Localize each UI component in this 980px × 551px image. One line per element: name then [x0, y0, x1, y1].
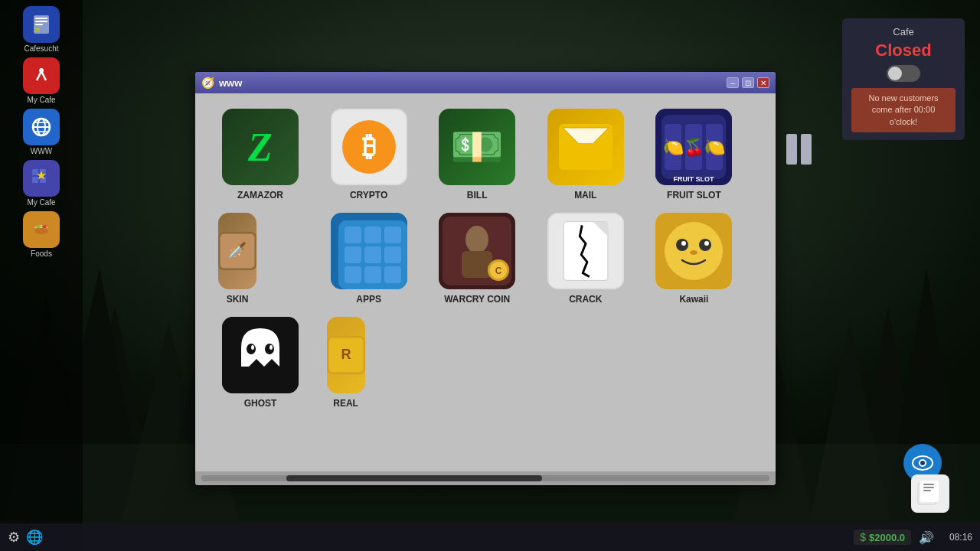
foods-icon: [23, 211, 60, 248]
svg-text:C: C: [495, 266, 502, 276]
svg-point-64: [466, 226, 488, 253]
sidebar-item-cafesucht[interactable]: Cafesucht: [9, 6, 74, 53]
app-zamazor[interactable]: Z ZAMAZOR: [218, 109, 302, 201]
svg-rect-38: [563, 143, 609, 166]
pause-button[interactable]: [786, 134, 812, 165]
cafe-status: Closed: [851, 41, 956, 60]
svg-point-34: [36, 225, 41, 228]
svg-text:🗡️: 🗡️: [228, 240, 247, 259]
svg-point-77: [704, 241, 709, 246]
app-fruit-slot[interactable]: 🍋 🍒 🍋 FRUIT SLOT FRUIT SLOT: [652, 109, 736, 201]
taskbar-left: ⚙ 🌐: [8, 529, 43, 546]
taskbar-settings-icon[interactable]: ⚙: [8, 529, 20, 546]
sidebar-item-mycafe[interactable]: My Cafe: [9, 57, 74, 104]
svg-text:R: R: [341, 347, 351, 362]
warcry-icon: C: [439, 213, 515, 289]
bill-label: BILL: [467, 190, 488, 201]
mycafe-icon: [23, 57, 60, 94]
bill-icon: 💵: [439, 109, 515, 185]
ghost-icon: [222, 317, 299, 393]
app-skin[interactable]: 🗡️ SKIN: [218, 213, 256, 305]
taskbar-browser-icon[interactable]: 🌐: [26, 529, 43, 546]
pause-bar-right: [801, 134, 812, 165]
warcry-label: WARCRY COIN: [444, 294, 510, 305]
svg-rect-59: [345, 266, 361, 283]
svg-point-81: [265, 344, 274, 354]
svg-point-19: [39, 68, 44, 73]
app-warcry[interactable]: C WARCRY COIN: [435, 213, 519, 305]
svg-point-83: [270, 345, 273, 350]
apps-label: APPS: [356, 294, 381, 305]
svg-rect-55: [384, 227, 401, 243]
mycafe-label: My Cafe: [27, 96, 55, 104]
svg-rect-15: [35, 21, 47, 22]
cafe-toggle-area: [851, 65, 956, 82]
scrollbar-thumb[interactable]: [286, 475, 542, 481]
crypto-icon: ₿: [331, 109, 407, 185]
svg-rect-65: [462, 251, 492, 278]
www-icon: [23, 109, 60, 145]
toggle-thumb: [888, 67, 902, 80]
foods-label: Foods: [31, 249, 52, 258]
cafe-panel: Cafe Closed No new customers come after …: [842, 18, 965, 140]
svg-text:🍒: 🍒: [684, 137, 705, 158]
svg-text:🍋: 🍋: [663, 137, 684, 158]
svg-rect-58: [384, 246, 401, 263]
svg-point-78: [690, 250, 697, 255]
browser-window: 🧭 www – ⊡ ✕ Z ZAMAZOR ₿ CRYPTO: [195, 72, 776, 485]
taskbar-volume-icon[interactable]: 🔊: [919, 530, 934, 545]
sidebar-item-www[interactable]: WWW: [9, 109, 74, 155]
app-real[interactable]: R REAL: [327, 317, 365, 409]
restore-button[interactable]: ⊡: [742, 77, 754, 88]
sidebar-item-mycafe-star[interactable]: My Cafe: [9, 160, 74, 207]
real-label: REAL: [333, 398, 358, 409]
svg-rect-14: [35, 18, 47, 19]
titlebar-buttons: – ⊡ ✕: [727, 77, 769, 88]
svg-point-35: [42, 225, 47, 228]
minimize-button[interactable]: –: [727, 77, 739, 88]
browser-scrollbar: [195, 471, 776, 485]
crypto-label: CRYPTO: [350, 190, 387, 201]
cafe-toggle[interactable]: [887, 65, 920, 82]
app-bill[interactable]: 💵 BILL: [435, 109, 519, 201]
svg-rect-16: [35, 24, 43, 25]
mail-label: MAIL: [574, 190, 596, 201]
app-apps[interactable]: APPS: [327, 213, 411, 305]
app-kawaii[interactable]: Kawaii: [652, 213, 736, 305]
mail-icon: [547, 109, 624, 185]
svg-point-82: [251, 345, 254, 350]
svg-point-89: [920, 461, 925, 465]
browser-title: www: [219, 77, 242, 89]
sidebar-item-foods[interactable]: Foods: [9, 211, 74, 258]
app-crack[interactable]: CRACK: [544, 213, 628, 305]
svg-rect-60: [364, 266, 381, 283]
svg-rect-92: [923, 484, 934, 485]
cafesucht-label: Cafesucht: [24, 44, 58, 53]
cafe-title: Cafe: [851, 26, 956, 37]
sidebar: Cafesucht My Cafe WWW: [0, 0, 83, 551]
taskbar-time: 08:16: [942, 532, 972, 543]
svg-rect-61: [384, 266, 401, 283]
svg-point-80: [247, 344, 256, 354]
app-mail[interactable]: MAIL: [544, 109, 628, 201]
real-icon: R: [327, 317, 365, 393]
card-button[interactable]: [911, 474, 949, 513]
bitcoin-circle: ₿: [342, 120, 396, 174]
svg-rect-54: [364, 227, 381, 243]
svg-text:FRUIT SLOT: FRUIT SLOT: [674, 175, 714, 183]
crack-icon: [547, 213, 624, 289]
svg-rect-70: [564, 222, 608, 281]
kawaii-label: Kawaii: [679, 294, 708, 305]
pause-bar-left: [786, 134, 797, 165]
close-button[interactable]: ✕: [757, 77, 769, 88]
mycafe-star-icon: [23, 160, 60, 197]
ghost-label: GHOST: [244, 398, 277, 409]
svg-point-33: [34, 228, 48, 234]
svg-rect-27: [32, 177, 38, 183]
scrollbar-track[interactable]: [201, 475, 769, 481]
svg-rect-53: [345, 227, 361, 243]
www-label: WWW: [31, 147, 52, 155]
fruit-slot-label: FRUIT SLOT: [667, 190, 721, 201]
app-ghost[interactable]: GHOST: [218, 317, 302, 409]
app-crypto[interactable]: ₿ CRYPTO: [327, 109, 411, 201]
